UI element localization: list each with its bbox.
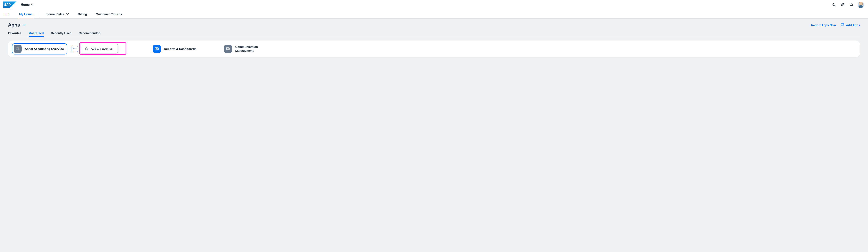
menu-button[interactable]: [3, 9, 10, 19]
app-tile-label: Reports & Dashboards: [164, 47, 196, 51]
shell-bar: SAP Home: [0, 0, 868, 9]
menu-item-label: Add to Favorites: [91, 47, 113, 50]
svg-point-9: [74, 48, 75, 49]
tab-most-used[interactable]: Most Used: [29, 31, 44, 37]
nav-item-label: Billing: [78, 12, 87, 16]
tab-recommended[interactable]: Recommended: [79, 31, 100, 37]
sap-logo[interactable]: SAP: [3, 1, 17, 8]
search-icon: [832, 3, 836, 7]
copilot-icon: [841, 3, 845, 7]
notifications-button[interactable]: [848, 1, 855, 8]
nav-item-internal-sales[interactable]: Internal Sales: [40, 9, 73, 19]
search-button[interactable]: [830, 1, 838, 8]
more-actions-wrap: Add to Favorites: [73, 46, 78, 52]
menu-icon: [5, 12, 9, 16]
import-apps-label: Import Apps Now: [811, 23, 836, 27]
menu-item-add-favorite[interactable]: Add to Favorites: [82, 44, 117, 52]
page-title-text: Apps: [8, 22, 20, 28]
svg-point-4: [841, 3, 844, 6]
nav-item-billing[interactable]: Billing: [73, 9, 91, 19]
tab-favorites[interactable]: Favorites: [8, 31, 21, 37]
add-apps-label: Add Apps: [846, 23, 860, 27]
id-card-icon: [155, 47, 159, 51]
nav-item-label: Customer Returns: [96, 12, 122, 16]
svg-point-5: [842, 4, 843, 5]
tabs: Favorites Most Used Recently Used Recomm…: [8, 31, 860, 37]
svg-line-3: [835, 5, 836, 6]
main-nav: My Home Internal Sales Billing Customer …: [0, 9, 868, 19]
page-header: Apps Import Apps Now Add Apps: [8, 22, 860, 28]
shell-title-button[interactable]: Home: [21, 3, 34, 7]
add-apps-link[interactable]: Add Apps: [841, 23, 860, 27]
overflow-icon: [73, 48, 76, 49]
page-title-button[interactable]: Apps: [8, 22, 26, 28]
svg-point-12: [156, 48, 157, 49]
add-external-icon: [841, 23, 844, 27]
user-avatar[interactable]: [858, 2, 864, 8]
context-menu: Add to Favorites: [81, 44, 118, 53]
apps-card: Asset Accounting Overview Add to Favorit…: [8, 40, 860, 57]
chevron-down-icon: [66, 12, 69, 15]
svg-text:SAP: SAP: [4, 3, 10, 6]
nav-item-my-home[interactable]: My Home: [15, 9, 37, 19]
star-add-icon: [84, 46, 88, 50]
nav-item-customer-returns[interactable]: Customer Returns: [91, 9, 126, 19]
app-tile-communication-management[interactable]: Communication Management: [222, 43, 272, 55]
svg-point-8: [73, 48, 74, 49]
app-tile-reports-dashboards[interactable]: Reports & Dashboards: [151, 43, 199, 55]
chat-icon: [226, 47, 230, 51]
app-icon: [153, 45, 161, 53]
shell-title-text: Home: [21, 3, 30, 7]
app-icon: [13, 45, 22, 53]
bell-icon: [849, 3, 854, 7]
app-tile-label: Communication Management: [235, 45, 269, 53]
app-icon: [224, 45, 232, 53]
app-tile-label: Asset Accounting Overview: [25, 47, 64, 51]
chevron-down-icon: [31, 3, 34, 6]
nav-item-label: My Home: [19, 12, 33, 16]
chevron-down-icon: [22, 23, 26, 27]
import-apps-link[interactable]: Import Apps Now: [811, 23, 836, 27]
svg-point-10: [75, 48, 76, 49]
picture-stack-icon: [16, 47, 20, 51]
nav-item-label: Internal Sales: [45, 12, 64, 16]
page-content: Apps Import Apps Now Add Apps Favorites …: [0, 19, 868, 61]
more-actions-button[interactable]: [71, 46, 78, 52]
app-tile-asset-accounting[interactable]: Asset Accounting Overview: [12, 43, 67, 55]
copilot-button[interactable]: [839, 1, 846, 8]
tab-recently-used[interactable]: Recently Used: [51, 31, 71, 37]
